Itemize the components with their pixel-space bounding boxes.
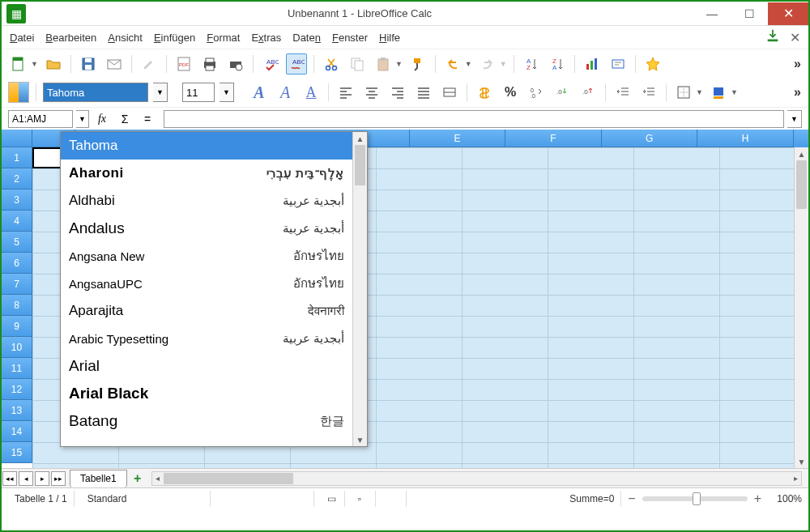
font-option[interactable]: AngsanaUPCอักษรไทย: [61, 270, 352, 297]
font-option[interactable]: Tahoma: [61, 132, 352, 160]
redo-dropdown[interactable]: ▼: [500, 60, 507, 68]
scroll-down-arrow[interactable]: ▼: [795, 455, 808, 468]
col-header[interactable]: F: [505, 130, 602, 147]
font-name-dropdown[interactable]: ▼: [153, 83, 168, 102]
remove-decimal-button[interactable]: .0: [578, 82, 599, 103]
formula-expand[interactable]: ▼: [787, 110, 802, 128]
sheet-tab[interactable]: Tabelle1: [70, 470, 127, 487]
prev-sheet-button[interactable]: ◂: [19, 471, 33, 486]
cut-button[interactable]: [321, 53, 342, 74]
sum-button[interactable]: Σ: [115, 110, 134, 128]
zoom-in-button[interactable]: +: [754, 492, 761, 506]
email-button[interactable]: [104, 53, 125, 74]
status-insert-mode[interactable]: ▭: [321, 491, 345, 507]
percent-button[interactable]: %: [500, 82, 521, 103]
font-option[interactable]: Arabic Typesettingأبجدية عربية: [61, 325, 352, 352]
last-sheet-button[interactable]: ▸▸: [51, 471, 66, 486]
new-button[interactable]: [8, 53, 29, 74]
edit-button[interactable]: [139, 53, 160, 74]
row-header[interactable]: 11: [2, 358, 32, 379]
cell-reference-input[interactable]: A1:AMJ: [8, 110, 73, 128]
menu-bearbeiten[interactable]: Bearbeiten: [45, 32, 96, 44]
print-button[interactable]: [199, 53, 220, 74]
col-header[interactable]: G: [602, 130, 698, 147]
menu-format[interactable]: Format: [207, 32, 240, 44]
function-wizard-button[interactable]: fx: [92, 110, 112, 128]
minimize-button[interactable]: —: [693, 2, 731, 25]
row-header[interactable]: 4: [2, 211, 32, 232]
vertical-scrollbar[interactable]: ▲ ▼: [794, 147, 808, 468]
redo-button[interactable]: [477, 53, 498, 74]
bgcolor-button[interactable]: [708, 82, 729, 103]
font-list-scrollbar[interactable]: ▲ ▼: [352, 132, 367, 446]
font-name-input[interactable]: Tahoma: [43, 83, 148, 102]
font-option[interactable]: Batang한글: [61, 407, 352, 435]
currency-button[interactable]: [474, 82, 495, 103]
print-preview-button[interactable]: [225, 53, 246, 74]
borders-button[interactable]: [673, 82, 694, 103]
borders-dropdown[interactable]: ▼: [696, 88, 703, 96]
row-header[interactable]: 2: [2, 168, 32, 189]
new-dropdown[interactable]: ▼: [31, 60, 38, 68]
add-sheet-button[interactable]: +: [130, 471, 145, 486]
star-icon[interactable]: [642, 53, 663, 74]
font-option[interactable]: Arial: [61, 352, 352, 380]
select-all-corner[interactable]: [2, 130, 32, 147]
toolbar-overflow[interactable]: »: [794, 57, 802, 71]
bgcolor-dropdown[interactable]: ▼: [731, 88, 738, 96]
autospell-button[interactable]: ABC: [286, 53, 307, 74]
row-header[interactable]: 9: [2, 316, 32, 337]
font-option[interactable]: Aharoniאָלֶף־בֵּית עִבְרִי: [61, 160, 352, 187]
col-header[interactable]: H: [697, 130, 794, 147]
scroll-thumb[interactable]: [796, 160, 807, 209]
function-button[interactable]: =: [138, 110, 157, 128]
align-justify-button[interactable]: [413, 82, 434, 103]
menu-ansicht[interactable]: Ansicht: [108, 32, 143, 44]
align-right-button[interactable]: [387, 82, 408, 103]
align-center-button[interactable]: [361, 82, 382, 103]
italic-button[interactable]: A: [275, 82, 296, 103]
number-format-button[interactable]: 0.0: [526, 82, 547, 103]
close-doc-button[interactable]: ✕: [790, 30, 800, 45]
row-header[interactable]: 15: [2, 442, 32, 463]
formatbar-overflow[interactable]: »: [794, 85, 802, 100]
chart-button[interactable]: [582, 53, 603, 74]
menu-fenster[interactable]: Fenster: [332, 32, 368, 44]
update-icon[interactable]: [765, 28, 780, 46]
menu-extras[interactable]: Extras: [251, 32, 281, 44]
row-header[interactable]: 8: [2, 295, 32, 316]
first-sheet-button[interactable]: ◂◂: [2, 471, 17, 486]
row-header[interactable]: 14: [2, 421, 32, 442]
font-option[interactable]: Andalusأبجدية عربية: [61, 215, 352, 242]
undo-dropdown[interactable]: ▼: [465, 60, 472, 68]
font-option[interactable]: Aldhabiأبجدية عربية: [61, 187, 352, 215]
row-header[interactable]: 12: [2, 379, 32, 400]
zoom-out-button[interactable]: −: [628, 492, 635, 506]
maximize-button[interactable]: ☐: [731, 2, 768, 25]
merge-cells-button[interactable]: [439, 82, 460, 103]
row-header[interactable]: 3: [2, 189, 32, 211]
font-option[interactable]: Aparajitaदेवनागरी: [61, 297, 352, 325]
menu-daten[interactable]: Daten: [292, 32, 321, 44]
paste-dropdown[interactable]: ▼: [395, 60, 403, 68]
format-paintbrush-button[interactable]: [407, 53, 428, 74]
textbox-button[interactable]: [608, 53, 629, 74]
inc-indent-button[interactable]: [638, 82, 659, 103]
zoom-slider[interactable]: [642, 496, 748, 501]
formula-input[interactable]: [164, 110, 784, 128]
font-option[interactable]: Arial Black: [61, 380, 352, 407]
underline-button[interactable]: A: [301, 82, 322, 103]
pdf-button[interactable]: PDF: [173, 53, 194, 74]
row-header[interactable]: 5: [2, 232, 32, 253]
zoom-value[interactable]: 100%: [768, 493, 802, 504]
bold-button[interactable]: A: [249, 82, 270, 103]
add-decimal-button[interactable]: .0: [552, 82, 573, 103]
menu-hilfe[interactable]: Hilfe: [379, 32, 400, 44]
align-left-button[interactable]: [335, 82, 356, 103]
col-header[interactable]: E: [410, 130, 506, 147]
status-sum[interactable]: Summe=0: [413, 491, 622, 507]
dec-indent-button[interactable]: [612, 82, 633, 103]
row-header[interactable]: 13: [2, 400, 32, 421]
status-selection-mode[interactable]: ▫: [352, 491, 376, 507]
font-option[interactable]: Angsana Newอักษรไทย: [61, 242, 352, 270]
